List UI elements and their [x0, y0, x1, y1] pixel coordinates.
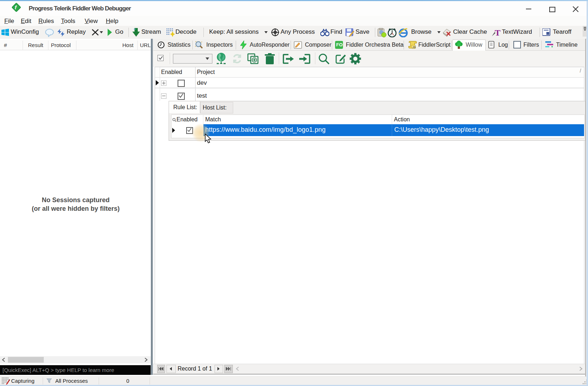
svg-text:JS: JS: [412, 46, 416, 49]
svg-text:T: T: [495, 28, 500, 37]
